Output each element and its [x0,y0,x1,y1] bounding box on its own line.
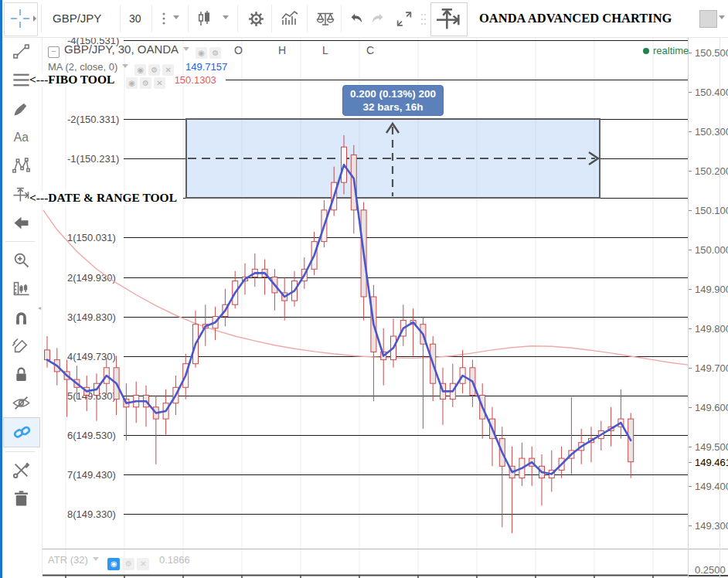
atr-caret-icon[interactable] [93,557,99,561]
interval-field[interactable]: 30 [129,0,141,37]
crosshair-icon [5,3,36,34]
tick-mark [689,210,692,211]
trend-line-icon [11,41,32,62]
ma-caret-icon[interactable] [122,64,128,68]
fibo-tool-annotation: <---FIBO TOOL [29,73,114,87]
realtime-status: realtime [643,45,689,56]
tick-mark [689,368,692,369]
tool-lock-drawings[interactable] [3,360,39,389]
ma-legend-text: MA (2, close, 0) [48,61,117,73]
expand-caret-icon[interactable] [33,15,36,22]
measure-tooltip-line1: 0.200 (0.13%) 200 [350,87,436,100]
ohlc-open-label: O [234,44,243,56]
tool-zoom-in[interactable] [3,246,39,274]
chart-style-icon[interactable] [195,9,213,28]
tick-mark [689,447,692,447]
xabcd-pattern-icon [11,155,32,176]
toolbar-divider [5,241,35,242]
tick-mark [689,53,692,53]
zoom-in-icon [11,250,32,270]
compare-scales-icon[interactable] [315,10,336,28]
date-range-annotation: <---DATE & RANGE TOOL [29,191,177,205]
gear-icon[interactable]: ⚙ [209,47,221,59]
trash-icon [11,488,32,509]
price-tick: 150.000 [695,243,728,255]
price-chart[interactable] [43,37,688,578]
fibo-gear-icon[interactable]: ⚙ [140,77,151,89]
symbol-legend[interactable]: −GBP/JPY, 30, OANDA◉⚙ [48,42,223,59]
fib-retracement-icon [11,70,32,90]
price-tick: 149.500 [695,440,728,452]
tick-mark [689,131,692,132]
atr-gear-icon[interactable]: ⚙ [122,558,134,570]
tick-mark [689,289,692,290]
tool-trend-line[interactable] [3,37,39,66]
date-range-icon [431,3,465,34]
tool-measure-ruler[interactable] [3,274,39,303]
tool-text-tool[interactable]: Aa [3,123,39,151]
toolbar-collapse-handle[interactable]: ◂ [38,303,43,314]
date-range-tool-button[interactable] [430,2,468,36]
tick-mark [689,407,692,408]
date-range-tool-icon [11,184,32,205]
interval-dropdown-caret[interactable] [173,15,179,19]
toolbar-grip-icon[interactable] [420,12,427,26]
indicators-icon[interactable] [280,9,300,28]
atr-eye-icon[interactable]: ◉ [107,558,120,570]
oanda-advanced-charting-app: GBP/JPY 30 [0,0,728,578]
redo-icon[interactable] [369,11,386,26]
top-toolbar: GBP/JPY 30 [0,0,728,38]
fibo-legend[interactable]: ◉⚙✕ 150.1303 [126,74,216,89]
style-dropdown-caret[interactable] [223,15,229,19]
atr-value: 0.1866 [159,554,190,566]
fullscreen-icon[interactable] [394,9,414,29]
tick-mark [689,171,692,172]
tool-trash[interactable] [3,484,39,513]
price-axis[interactable]: 150.500150.400150.300150.200150.100150.0… [688,37,728,578]
tool-back-arrow[interactable] [3,209,39,237]
atr-legend[interactable]: ATR (32) ◉⚙✕ 0.1866 [48,554,190,570]
price-tick: 150.300 [695,125,728,137]
fibo-close-icon[interactable]: ✕ [154,77,165,89]
tool-link-drawings[interactable] [3,417,40,447]
tool-hide-drawings[interactable] [3,389,39,417]
crosshair-button[interactable] [4,2,38,36]
tool-brush[interactable] [3,94,39,123]
lock-drawings-icon [11,364,32,385]
tool-drawing-mode[interactable] [3,332,39,360]
tool-xabcd-pattern[interactable] [3,151,39,180]
swatch-dropdown-caret[interactable] [719,15,725,19]
hide-drawings-icon [11,393,32,413]
theme-swatch-button[interactable] [699,10,717,28]
legend-caret-icon[interactable] [183,47,189,51]
ohlc-high-label: H [278,44,286,56]
drawing-mode-icon [11,335,32,356]
back-arrow-icon [11,212,32,233]
tool-remove-tools[interactable] [3,456,39,484]
current-price-label: 149.461 [695,456,728,468]
ohlc-close-label: C [366,44,374,56]
collapse-pane-icon[interactable]: − [48,46,60,58]
text-tool-icon: Aa [11,127,32,148]
price-tick: 150.100 [695,204,728,216]
measure-tooltip: 0.200 (0.13%) 200 32 bars, 16h [342,85,444,116]
tick-mark [689,525,692,526]
settings-gear-icon[interactable] [247,9,266,29]
price-tick: 149.700 [695,362,728,373]
atr-axis-value: 0.2500 [695,564,726,576]
fibo-eye-icon[interactable]: ◉ [126,77,138,89]
toolbar-divider [5,451,35,452]
eye-icon[interactable]: ◉ [196,47,207,59]
fibo-value: 150.1303 [175,74,216,86]
tick-mark [689,92,692,93]
undo-icon[interactable] [348,11,365,26]
page-title: OANDA ADVANCED CHARTING [479,0,672,37]
symbol-field[interactable]: GBP/JPY [53,0,101,37]
svg-text:Aa: Aa [13,131,29,144]
tool-magnet[interactable] [3,303,39,332]
atr-close-icon[interactable]: ✕ [137,558,149,570]
magnet-icon [11,307,32,328]
bar-menu-icon[interactable] [155,9,173,28]
tick-mark [689,486,692,487]
tick-mark [689,250,692,250]
